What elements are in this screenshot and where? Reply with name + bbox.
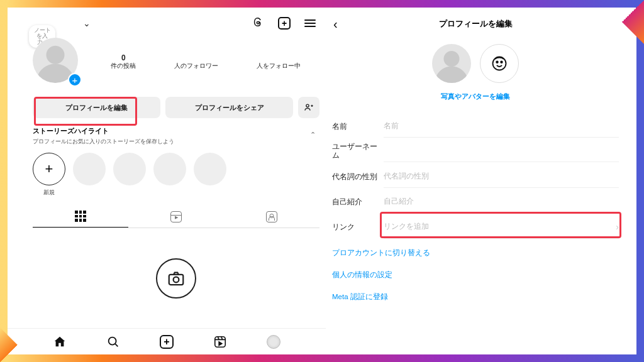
input-name[interactable]: 名前 bbox=[384, 115, 619, 138]
new-highlight[interactable]: + 新規 bbox=[33, 153, 65, 197]
svg-point-0 bbox=[306, 104, 309, 107]
profile-stats: 0件の投稿 人のフォロワー 人をフォロー中 bbox=[92, 53, 319, 70]
profile-header: ⌄ + bbox=[33, 13, 319, 34]
svg-point-2 bbox=[174, 277, 179, 282]
meta-verified-link[interactable]: Meta 認証に登録 bbox=[332, 292, 619, 302]
input-pronouns[interactable]: 代名詞の性別 bbox=[384, 165, 619, 188]
input-username[interactable] bbox=[384, 141, 619, 162]
highlights-subtitle: プロフィールにお気に入りのストーリーズを保存しよう bbox=[33, 138, 319, 145]
label-name: 名前 bbox=[332, 122, 384, 131]
tab-tagged[interactable] bbox=[224, 206, 319, 228]
tab-grid[interactable] bbox=[33, 206, 128, 228]
highlight-placeholder bbox=[194, 153, 226, 185]
edit-profile-button[interactable]: プロフィールを編集 bbox=[33, 97, 160, 118]
profile-avatar[interactable]: ノートを入力... + bbox=[33, 38, 80, 85]
hamburger-menu-icon[interactable] bbox=[304, 19, 316, 27]
stat-posts[interactable]: 0件の投稿 bbox=[111, 53, 136, 70]
nav-search-icon[interactable] bbox=[106, 335, 120, 349]
svg-point-6 bbox=[496, 61, 498, 63]
nav-create-icon[interactable]: + bbox=[160, 335, 174, 349]
edit-header: ‹ プロフィールを編集 bbox=[332, 13, 619, 35]
content-tabs bbox=[33, 206, 319, 228]
cartoon-avatar[interactable] bbox=[480, 44, 519, 83]
tab-reels[interactable] bbox=[128, 206, 224, 228]
highlights-title: ストーリーズハイライト bbox=[33, 127, 319, 136]
stat-following[interactable]: 人をフォロー中 bbox=[257, 53, 301, 70]
switch-pro-link[interactable]: プロアカウントに切り替える bbox=[332, 248, 619, 258]
profile-screen: ⌄ + ノートを入力... + 0件の投稿 人のフォロワー 人をフォロー中 bbox=[8, 8, 326, 354]
label-username: ユーザーネーム bbox=[332, 143, 384, 160]
add-story-icon[interactable]: + bbox=[68, 73, 82, 87]
nav-home-icon[interactable] bbox=[53, 335, 67, 349]
share-profile-button[interactable]: プロフィールをシェア bbox=[165, 97, 293, 118]
svg-rect-4 bbox=[215, 336, 226, 347]
label-link: リンク bbox=[332, 222, 384, 232]
svg-point-7 bbox=[501, 61, 502, 63]
photo-avatar[interactable] bbox=[432, 44, 471, 83]
edit-profile-screen: ‹ プロフィールを編集 写真やアバターを編集 名前 名前 ユーザーネーム 代名詞… bbox=[326, 8, 636, 354]
nav-profile-icon[interactable] bbox=[267, 335, 280, 349]
highlight-placeholder bbox=[153, 153, 186, 185]
story-highlights: ストーリーズハイライト プロフィールにお気に入りのストーリーズを保存しよう ⌃ … bbox=[33, 127, 319, 197]
camera-icon[interactable] bbox=[156, 258, 196, 299]
collapse-icon[interactable]: ⌃ bbox=[310, 131, 316, 139]
personal-info-link[interactable]: 個人の情報の設定 bbox=[332, 270, 619, 280]
back-icon[interactable]: ‹ bbox=[333, 17, 338, 31]
svg-point-3 bbox=[108, 337, 116, 344]
nav-reels-icon[interactable] bbox=[213, 335, 227, 349]
label-pronouns: 代名詞の性別 bbox=[332, 172, 384, 182]
svg-rect-1 bbox=[169, 274, 184, 284]
page-title: プロフィールを編集 bbox=[439, 19, 513, 30]
edit-photo-link[interactable]: 写真やアバターを編集 bbox=[332, 92, 619, 101]
bottom-nav: + bbox=[8, 328, 326, 354]
empty-state bbox=[33, 228, 319, 328]
input-bio[interactable]: 自己紹介 bbox=[384, 190, 619, 213]
chevron-right-icon: › bbox=[616, 222, 619, 232]
input-link[interactable]: リンクを追加 › bbox=[384, 216, 619, 239]
stat-followers[interactable]: 人のフォロワー bbox=[174, 53, 218, 70]
edit-form: 名前 名前 ユーザーネーム 代名詞の性別 代名詞の性別 自己紹介 自己紹介 リン… bbox=[332, 114, 619, 239]
username-dropdown[interactable]: ⌄ bbox=[83, 18, 91, 28]
highlight-placeholder bbox=[73, 153, 106, 185]
create-post-icon[interactable]: + bbox=[278, 17, 291, 30]
discover-people-button[interactable] bbox=[298, 97, 319, 118]
label-bio: 自己紹介 bbox=[332, 197, 384, 207]
threads-icon[interactable] bbox=[252, 16, 264, 31]
highlight-placeholder bbox=[113, 153, 146, 185]
